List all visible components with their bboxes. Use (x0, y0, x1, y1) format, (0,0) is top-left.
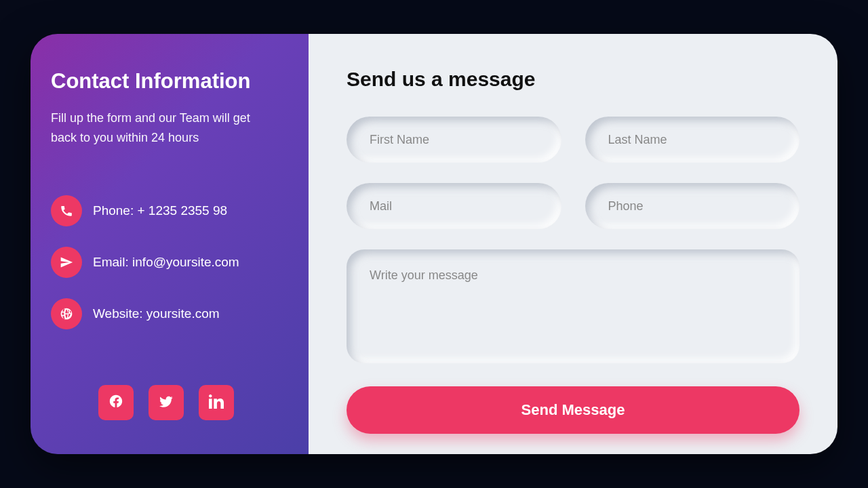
phone-row: Phone: + 1235 2355 98 (51, 195, 288, 226)
info-panel: Contact Information Fill up the form and… (31, 34, 309, 454)
first-name-field[interactable] (347, 117, 561, 163)
mail-field[interactable] (347, 183, 561, 229)
phone-text: Phone: + 1235 2355 98 (93, 203, 227, 218)
website-row: Website: yoursite.com (51, 298, 288, 329)
message-field[interactable] (347, 249, 800, 363)
twitter-icon (159, 394, 174, 411)
form-panel: Send us a message Send Message (309, 34, 837, 454)
twitter-button[interactable] (149, 385, 184, 420)
email-row: Email: info@yoursite.com (51, 247, 288, 278)
facebook-icon (108, 394, 123, 411)
info-title: Contact Information (51, 69, 288, 94)
last-name-field[interactable] (585, 117, 800, 163)
paper-plane-icon (51, 247, 82, 278)
send-message-button[interactable]: Send Message (347, 386, 800, 434)
email-text: Email: info@yoursite.com (93, 255, 239, 270)
form-title: Send us a message (347, 68, 800, 91)
social-row (51, 385, 288, 420)
phone-icon (51, 195, 82, 226)
form-grid (347, 117, 800, 229)
globe-icon (51, 298, 82, 329)
linkedin-button[interactable] (199, 385, 234, 420)
website-text: Website: yoursite.com (93, 306, 220, 321)
info-subtitle: Fill up the form and our Team will get b… (51, 108, 268, 148)
linkedin-icon (209, 394, 224, 411)
phone-field[interactable] (585, 183, 800, 229)
facebook-button[interactable] (98, 385, 134, 420)
contact-card: Contact Information Fill up the form and… (31, 34, 837, 454)
